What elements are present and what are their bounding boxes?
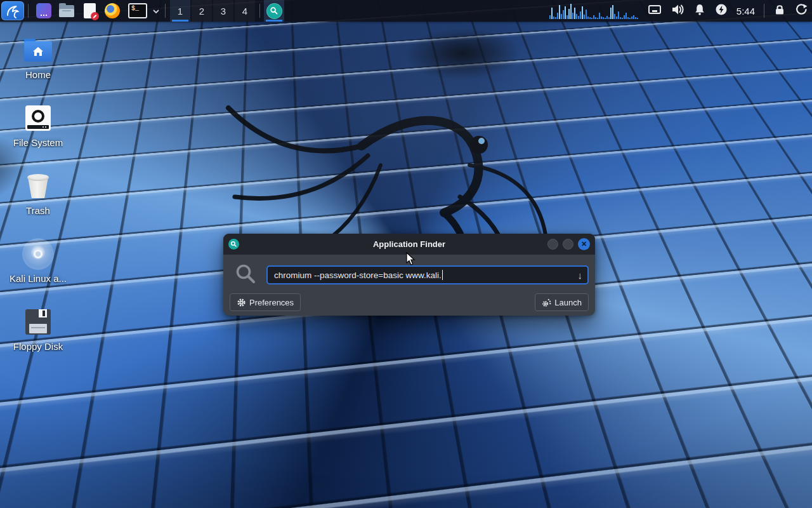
hard-drive-icon — [25, 105, 51, 131]
cpu-graph-bar — [559, 5, 560, 19]
cpu-graph-bar — [629, 18, 631, 19]
cpu-graph-bar — [635, 17, 636, 19]
launcher-terminal-emulator[interactable]: $_ — [127, 3, 148, 19]
clock[interactable]: 5:44 — [737, 6, 755, 17]
window-button-application-finder[interactable] — [264, 0, 284, 22]
cpu-graph[interactable] — [549, 3, 639, 19]
panel-separator — [165, 4, 166, 18]
cpu-graph-bar — [610, 8, 612, 19]
cpu-graph-bar — [586, 10, 587, 19]
close-button[interactable]: ✕ — [578, 238, 590, 250]
desktop-icon-home[interactable]: Home — [5, 35, 71, 103]
cpu-graph-bar — [553, 17, 554, 19]
chevron-down-icon — [152, 9, 160, 14]
search-input[interactable]: chromium --password-store=basic www.kali… — [266, 265, 589, 284]
cpu-graph-bar — [576, 14, 577, 19]
desktop-icon-kali-linux[interactable]: Kali Linux a... — [5, 239, 71, 307]
desktop-icon-label: File System — [13, 137, 63, 148]
volume-indicator[interactable] — [671, 3, 684, 18]
cpu-graph-bar — [593, 15, 594, 19]
applications-menu-button[interactable] — [1, 1, 24, 20]
cpu-graph-bar — [627, 17, 629, 19]
desktop-icon-floppy-disk[interactable]: Floppy Disk — [5, 307, 71, 375]
panel-separator — [259, 4, 260, 18]
cpu-graph-bar — [597, 18, 598, 19]
cpu-graph-bar — [565, 6, 566, 19]
cpu-graph-bar — [589, 17, 591, 19]
preferences-button[interactable]: Preferences — [230, 293, 301, 311]
magnifier-glyph — [270, 6, 278, 15]
cpu-graph-bar — [633, 15, 634, 19]
launch-button[interactable]: Launch — [535, 293, 589, 311]
cpu-graph-bar — [582, 6, 583, 19]
cpu-graph-bar — [616, 17, 617, 19]
desktop-icons: Home File System Trash Kali Linux a... — [5, 35, 71, 375]
cpu-graph-bar — [549, 15, 551, 19]
launcher-firefox[interactable] — [104, 3, 121, 19]
cpu-graph-bar — [618, 11, 619, 19]
desktop-icon-label: Kali Linux a... — [10, 273, 67, 284]
cpu-graph-bar — [605, 18, 606, 19]
cpu-graph-bar — [555, 17, 556, 19]
cpu-graph-bar — [622, 18, 623, 19]
trash-bin-icon — [27, 174, 49, 198]
power-manager-indicator[interactable] — [715, 3, 728, 18]
cpu-graph-bar — [578, 16, 579, 19]
search-icon — [235, 263, 258, 286]
desktop-icon-label: Home — [25, 69, 51, 80]
home-folder-icon — [24, 39, 52, 62]
launcher-dropdown-button[interactable] — [152, 5, 160, 17]
cpu-graph-bar — [601, 17, 602, 19]
panel-right: 5:44 — [549, 0, 812, 22]
terminal-glyph: $_ — [131, 5, 139, 12]
desktop-icon-trash[interactable]: Trash — [5, 171, 71, 239]
maximize-button[interactable] — [563, 239, 573, 250]
cpu-graph-bar — [591, 18, 593, 19]
workspace-4-button[interactable]: 4 — [235, 0, 255, 22]
window-title: Application Finder — [223, 239, 595, 249]
desktop-icon-label: Trash — [26, 205, 50, 216]
text-caret — [442, 270, 443, 280]
kali-logo-icon — [4, 3, 21, 19]
desktop-icon-file-system[interactable]: File System — [5, 103, 71, 171]
bell-icon — [693, 3, 706, 16]
panel-separator — [764, 4, 764, 18]
firefox-icon — [105, 3, 120, 18]
panel-left: $_ 1 2 3 4 — [0, 0, 284, 22]
terminal-prompt-icon: $_ — [128, 3, 147, 18]
disc-icon — [22, 238, 54, 270]
workspace-3-button[interactable]: 3 — [213, 0, 233, 22]
power-bolt-icon — [715, 3, 728, 16]
cpu-graph-bar — [631, 17, 632, 19]
workspace-pager: 1 2 3 4 — [169, 0, 256, 22]
network-indicator[interactable] — [648, 3, 662, 18]
launcher-text-editor[interactable] — [81, 3, 98, 19]
launcher-terminal[interactable] — [36, 3, 52, 19]
launcher-file-manager[interactable] — [58, 3, 75, 19]
cpu-graph-bar — [557, 13, 558, 19]
logout-button[interactable] — [795, 3, 808, 18]
launch-label: Launch — [554, 298, 582, 307]
minimize-button[interactable] — [547, 239, 558, 250]
launch-gear-icon — [542, 298, 551, 307]
cpu-graph-bar — [603, 17, 604, 19]
dropdown-arrow-icon[interactable]: ↓ — [578, 267, 583, 283]
cpu-graph-bar — [584, 15, 585, 19]
cpu-graph-bar — [561, 14, 562, 19]
desktop-icon-label: Floppy Disk — [13, 341, 63, 352]
window-controls: ✕ — [547, 238, 590, 250]
cpu-graph-bar — [620, 17, 621, 19]
cpu-graph-bar — [625, 13, 627, 19]
gear-icon — [237, 298, 246, 307]
floppy-disk-icon — [25, 309, 51, 335]
workspace-2-button[interactable]: 2 — [192, 0, 212, 22]
panel-separator — [28, 4, 29, 18]
lock-icon — [773, 3, 786, 16]
search-query-text: chromium --password-store=basic www.kali… — [274, 271, 442, 280]
file-manager-icon — [59, 5, 74, 17]
cpu-graph-bar — [624, 15, 625, 19]
lock-screen-button[interactable] — [773, 3, 786, 18]
workspace-1-button[interactable]: 1 — [170, 0, 190, 22]
notifications-indicator[interactable] — [693, 3, 706, 18]
cpu-graph-bar — [606, 16, 608, 19]
